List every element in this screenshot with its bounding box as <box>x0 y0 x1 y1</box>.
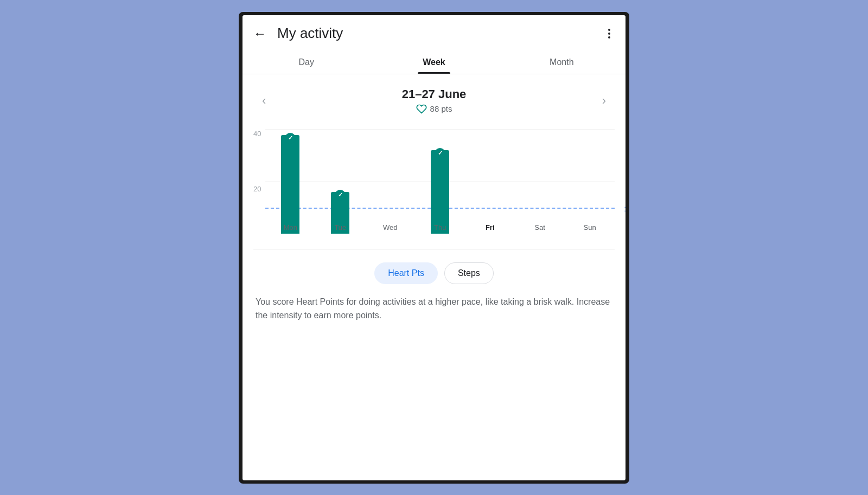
prev-week-button[interactable]: ‹ <box>253 89 275 112</box>
more-dot-2 <box>608 33 610 35</box>
app-container: ← My activity DayWeekMonth ‹ 21–27 June <box>242 15 626 480</box>
bar-col-mon: Mon <box>265 130 315 234</box>
y-label-20: 20 <box>253 185 261 193</box>
bar-thu <box>431 150 449 234</box>
y-label-40: 40 <box>253 130 261 138</box>
date-info: 21–27 June 88 pts <box>402 87 467 114</box>
content-area: ‹ 21–27 June 88 pts › 40 <box>242 74 626 480</box>
more-options-button[interactable] <box>604 27 615 41</box>
bar-col-wed: Wed <box>365 130 415 234</box>
bar-col-fri: Fri <box>465 130 515 234</box>
points-value: 88 pts <box>430 104 452 113</box>
bar-label-wed: Wed <box>383 223 398 232</box>
tab-month[interactable]: Month <box>498 50 626 74</box>
bar-label-fri: Fri <box>486 223 495 232</box>
heart-points-summary: 88 pts <box>402 104 467 114</box>
y-label-empty: 0 <box>257 241 261 249</box>
next-week-button[interactable]: › <box>593 89 615 112</box>
heart-icon <box>416 104 427 114</box>
filter-steps[interactable]: Steps <box>444 262 494 284</box>
bar-col-thu: Thu <box>415 130 465 234</box>
bar-col-tue: Tue <box>315 130 365 234</box>
chart-area: 40 20 0 10 <box>253 130 615 249</box>
bar-col-sat: Sat <box>515 130 565 234</box>
bar-label-sun: Sun <box>583 223 596 232</box>
phone-frame: ← My activity DayWeekMonth ‹ 21–27 June <box>239 12 629 484</box>
tab-week[interactable]: Week <box>370 50 497 74</box>
bar-check-mon <box>285 133 296 144</box>
bar-col-sun: Sun <box>565 130 615 234</box>
description-text: You score Heart Points for doing activit… <box>253 295 615 323</box>
activity-chart: 40 20 0 10 <box>253 130 615 249</box>
back-button[interactable]: ← <box>251 25 269 42</box>
filter-heart_pts[interactable]: Heart Pts <box>374 262 438 284</box>
bar-check-tue <box>335 190 346 201</box>
bar-label-tue: Tue <box>334 223 346 232</box>
date-navigation: ‹ 21–27 June 88 pts › <box>253 74 615 119</box>
goal-line-label: 10 <box>624 204 626 213</box>
bars-row: MonTueWedThuFriSatSun <box>265 130 615 249</box>
x-axis-line <box>253 249 615 249</box>
bar-label-mon: Mon <box>284 223 297 232</box>
filter-buttons: Heart PtsSteps <box>253 262 615 284</box>
tabs-container: DayWeekMonth <box>242 50 626 74</box>
more-dot-1 <box>608 29 610 31</box>
bar-label-sat: Sat <box>534 223 545 232</box>
bar-label-thu: Thu <box>434 223 446 232</box>
page-title: My activity <box>277 25 604 42</box>
header: ← My activity <box>242 15 626 50</box>
tab-day[interactable]: Day <box>242 50 370 74</box>
y-axis-labels: 40 20 0 <box>253 130 265 249</box>
chart-bars-wrapper: 10 MonTueWedThuFriSatSun <box>265 130 615 249</box>
bar-mon <box>281 135 299 234</box>
bar-check-thu <box>435 148 445 159</box>
more-dot-3 <box>608 36 610 38</box>
date-range: 21–27 June <box>402 87 467 101</box>
